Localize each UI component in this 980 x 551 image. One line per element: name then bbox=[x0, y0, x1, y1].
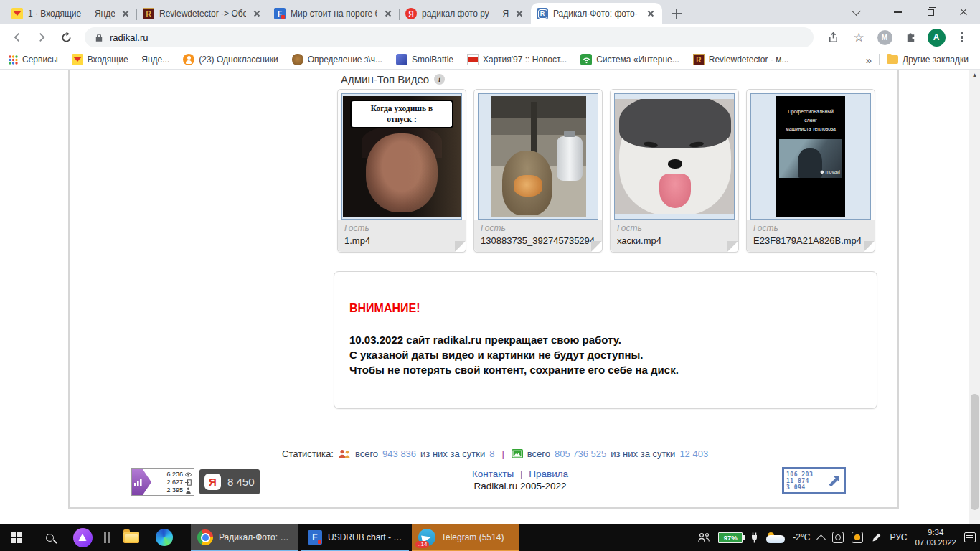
window-minimize-button[interactable] bbox=[881, 0, 914, 24]
forum-favicon: F bbox=[274, 8, 286, 19]
bookmark-star-button[interactable]: ☆ bbox=[848, 27, 870, 47]
search-icon bbox=[46, 534, 54, 542]
video-filename[interactable]: 130883735_392745735294 bbox=[481, 235, 595, 246]
page-border-right bbox=[897, 70, 899, 507]
tab-close-icon[interactable] bbox=[120, 8, 131, 19]
tab-radikal-active[interactable]: R Радикал-Фото: фото- и виде bbox=[531, 3, 662, 24]
yandex-metrika-counter[interactable]: Я 8 450 bbox=[199, 469, 260, 494]
taskbar-search-button[interactable] bbox=[33, 524, 66, 551]
tab-close-icon[interactable] bbox=[382, 8, 394, 19]
tab-close-icon[interactable] bbox=[251, 8, 263, 19]
tab-yandex-mail[interactable]: 1 · Входящие — Яндекс.Поч bbox=[6, 3, 137, 24]
window-restore-button[interactable] bbox=[914, 0, 947, 24]
video-thumbnail[interactable] bbox=[478, 93, 598, 220]
taskbar-window-usdrub[interactable]: F USDRUB chart - Go... bbox=[301, 524, 409, 551]
taskbar-clock[interactable]: 9:34 07.03.2022 bbox=[915, 527, 956, 547]
tab-yandex-search[interactable]: Я радикал фото ру — Яндекс bbox=[400, 3, 531, 24]
bookmarks-right-group: » Другие закладки bbox=[866, 54, 971, 66]
share-button[interactable] bbox=[822, 27, 844, 47]
file-explorer-button[interactable] bbox=[115, 524, 148, 551]
bookmark-inbox[interactable]: Входящие — Янде... bbox=[72, 54, 170, 65]
back-button[interactable] bbox=[7, 27, 27, 47]
other-bookmarks-button[interactable]: Другие закладки bbox=[887, 55, 969, 65]
bookmark-opredelenie[interactable]: Определение з\ч... bbox=[292, 54, 382, 65]
tray-app-icon-notification[interactable] bbox=[852, 532, 863, 543]
scrollbar-thumb[interactable] bbox=[971, 394, 979, 510]
bookmark-label: Reviewdetector - м... bbox=[709, 55, 789, 65]
bookmark-odnoklassniki[interactable]: (23) Одноклассники bbox=[183, 54, 278, 65]
battery-indicator[interactable]: 97% bbox=[718, 532, 743, 543]
liveinternet-counter[interactable]: 106 203 11 874 3 094 bbox=[782, 467, 846, 494]
scroll-up-arrow[interactable]: ▲ bbox=[969, 70, 980, 80]
liveinternet-line: 106 203 bbox=[786, 471, 826, 478]
images-daily: 12 403 bbox=[679, 448, 708, 459]
thumbnail-art-husky bbox=[615, 99, 734, 214]
refresh-button[interactable] bbox=[56, 27, 76, 47]
plug-icon[interactable] bbox=[750, 532, 758, 543]
bookmark-reviewdetector[interactable]: R Reviewdetector - м... bbox=[693, 54, 789, 65]
start-button[interactable] bbox=[0, 524, 33, 551]
profile-avatar[interactable]: A bbox=[925, 27, 947, 47]
page-content: Админ-Топ Видео i Когда уходишь в отпуск… bbox=[0, 70, 980, 524]
extension-m-button[interactable]: M bbox=[874, 27, 895, 47]
address-bar[interactable]: radikal.ru bbox=[85, 27, 814, 47]
extensions-button[interactable] bbox=[900, 27, 921, 47]
weather-cloud-icon[interactable] bbox=[766, 532, 785, 543]
tab-close-icon[interactable] bbox=[514, 8, 525, 19]
alice-button[interactable] bbox=[66, 524, 99, 551]
bookmark-smolbattle[interactable]: SmolBattle bbox=[396, 54, 453, 65]
video-filename[interactable]: 1.mp4 bbox=[344, 235, 459, 246]
eye-icon bbox=[185, 471, 192, 478]
shutdown-notice-box: ВНИМАНИЕ! 10.03.2022 сайт radikal.ru пре… bbox=[334, 271, 877, 409]
bookmark-services[interactable]: Сервисы bbox=[9, 55, 58, 65]
video-author: Гость bbox=[617, 223, 732, 233]
video-author: Гость bbox=[753, 223, 868, 233]
language-indicator[interactable]: РУС bbox=[890, 532, 907, 542]
taskbar-window-telegram[interactable]: ..14 Telegram (5514) bbox=[412, 524, 519, 551]
video-thumbnail[interactable] bbox=[614, 93, 735, 220]
bookmark-hartiya[interactable]: Хартия'97 :: Новост... bbox=[467, 54, 567, 65]
statistics-row: Статистика: всего 943 836 из них за сутк… bbox=[282, 448, 708, 459]
browser-menu-button[interactable] bbox=[951, 27, 973, 47]
people-icon[interactable] bbox=[697, 532, 710, 542]
clock-time: 9:34 bbox=[915, 527, 956, 537]
temperature[interactable]: -2°C bbox=[793, 532, 810, 542]
tab-forum[interactable]: F Мир стоит на пороге больш bbox=[268, 3, 400, 24]
new-tab-button[interactable] bbox=[666, 4, 687, 24]
action-center-icon[interactable] bbox=[964, 532, 976, 542]
notice-line: Чтобы не потерять свой контент, сохранит… bbox=[349, 362, 859, 377]
tab-close-icon[interactable] bbox=[645, 8, 656, 19]
yandex-metrika-icon: Я bbox=[204, 474, 221, 490]
rules-link[interactable]: Правила bbox=[529, 468, 568, 479]
extension-m-icon: M bbox=[877, 30, 892, 45]
hotlog-views: 6 236 bbox=[166, 471, 183, 479]
page-title: Админ-Топ Видео bbox=[341, 73, 429, 85]
bookmark-label: Хартия'97 :: Новост... bbox=[483, 55, 567, 65]
yandex-favicon: Я bbox=[405, 8, 417, 19]
window-controls bbox=[853, 0, 980, 24]
tab-search-chevron-icon[interactable] bbox=[852, 6, 861, 16]
edge-button[interactable] bbox=[148, 524, 181, 551]
video-filename[interactable]: E23F8179A21A826B.mp4 bbox=[753, 235, 868, 246]
system-tray: 97% -2°C РУС 9:34 07.03.2022 bbox=[697, 524, 980, 551]
tray-app-icon[interactable] bbox=[832, 532, 844, 543]
thumbnail-art-stallone: Когда уходишь в отпуск : bbox=[343, 96, 461, 217]
windows-logo-icon bbox=[11, 532, 22, 543]
pen-icon[interactable] bbox=[871, 532, 882, 543]
page-scrollbar[interactable]: ▲ bbox=[969, 70, 980, 524]
taskbar-window-chrome[interactable]: Радикал-Фото: фо... bbox=[191, 524, 298, 551]
hotlog-counter[interactable]: 6 236 2 627 2 395 bbox=[131, 468, 194, 496]
video-filename[interactable]: хаски.mp4 bbox=[617, 235, 732, 246]
thumbnail-art-train-driver: Профессиональный сленг машиниста теплово… bbox=[776, 96, 845, 217]
video-thumbnail[interactable]: Профессиональный сленг машиниста теплово… bbox=[750, 93, 871, 220]
info-icon[interactable]: i bbox=[434, 74, 445, 85]
tab-reviewdetector[interactable]: R Reviewdetector -> Обо всем bbox=[137, 3, 268, 24]
bookmarks-overflow-button[interactable]: » bbox=[866, 54, 872, 66]
video-thumbnail[interactable]: Когда уходишь в отпуск : bbox=[341, 93, 462, 220]
window-close-button[interactable] bbox=[947, 0, 980, 24]
bookmark-sistema[interactable]: Система «Интерне... bbox=[580, 54, 679, 65]
forward-arrow-icon bbox=[35, 31, 48, 44]
forward-button[interactable] bbox=[32, 27, 52, 47]
contacts-link[interactable]: Контакты bbox=[472, 468, 514, 479]
tray-chevron-up-icon[interactable] bbox=[817, 534, 826, 544]
